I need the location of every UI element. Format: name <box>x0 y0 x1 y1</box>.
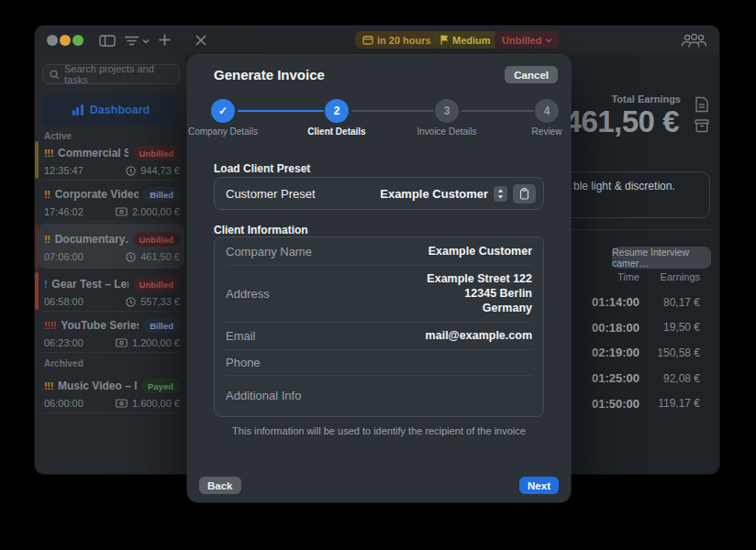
project-amount: 1.600,00 € <box>132 398 180 409</box>
flag-icon <box>439 35 449 45</box>
step-connector <box>238 110 324 112</box>
project-list-item[interactable]: !! Documentary… Unbilled 07:06:00 461,50… <box>35 222 187 270</box>
customer-preset-row: Customer Preset Example Customer <box>214 177 544 210</box>
priority-badge-label: Medium <box>452 35 491 46</box>
preset-row-label: Customer Preset <box>226 187 316 201</box>
modal-footnote: This information will be used to identif… <box>187 425 571 436</box>
status-badge: Unbilled <box>133 146 180 160</box>
project-color-strip <box>35 272 39 310</box>
phone-row[interactable]: Phone <box>215 349 543 375</box>
zoom-window-button[interactable] <box>72 35 83 46</box>
priority-flags: !!!! <box>44 320 56 331</box>
status-badge: Unbilled <box>133 232 180 247</box>
tracked-time: 07:06:00 <box>44 251 83 262</box>
billing-status-label: Unbilled <box>502 35 541 46</box>
preset-section-header: Load Client Preset <box>214 162 310 175</box>
total-earnings-label: Total Earnings <box>611 94 681 104</box>
priority-badge[interactable]: Medium <box>432 31 498 49</box>
cancel-button[interactable]: Cancel <box>505 66 558 83</box>
project-amount: 944,73 € <box>140 165 180 176</box>
project-color-strip <box>35 224 39 269</box>
email-row[interactable]: Email mail@example.com <box>215 322 543 349</box>
tracked-time: 12:35:47 <box>44 165 83 176</box>
bar-chart-icon <box>72 104 83 116</box>
email-label: Email <box>226 329 256 343</box>
email-value: mail@example.com <box>426 328 532 343</box>
chevron-down-icon[interactable] <box>142 38 150 44</box>
add-icon[interactable] <box>158 33 172 47</box>
resume-task-button[interactable]: Resume Interview camer… <box>612 247 711 269</box>
project-amount: 557,33 € <box>140 296 180 307</box>
project-list-item[interactable]: !!! Commercial S… Unbilled 12:35:47 944,… <box>35 139 187 181</box>
archive-icon[interactable] <box>695 119 709 133</box>
preset-selected-value: Example Customer <box>380 187 488 201</box>
clock-icon <box>126 252 136 262</box>
sidebar-toggle-icon[interactable] <box>99 35 116 47</box>
collaborators-icon[interactable] <box>681 33 707 49</box>
client-info-box: Company Name Example Customer Address Ex… <box>214 236 544 417</box>
project-title: Corporate Video… <box>55 188 139 201</box>
banknote-icon <box>116 207 128 216</box>
company-name-row[interactable]: Company Name Example Customer <box>215 237 543 265</box>
step-3-circle[interactable]: 3 <box>435 99 459 123</box>
search-input[interactable]: Search projects and tasks <box>42 64 180 84</box>
project-list-item[interactable]: !!! Music Video – N… Payed 06:00:00 1.60… <box>35 372 187 413</box>
status-badge: Billed <box>143 187 180 202</box>
back-button[interactable]: Back <box>199 477 241 494</box>
close-detail-icon[interactable] <box>195 34 207 47</box>
banknote-icon <box>116 399 128 408</box>
project-color-strip <box>35 141 39 179</box>
step-2-circle[interactable]: 2 <box>325 99 349 123</box>
resume-task-label: Resume Interview camer… <box>612 247 711 269</box>
screen: in 20 hours Medium Unbilled Search proje… <box>0 0 756 550</box>
project-list-item[interactable]: ! Gear Test – Len… Unbilled 06:58:00 557… <box>35 270 187 312</box>
invoice-document-icon[interactable] <box>695 96 709 113</box>
step-1-label: Company Details <box>168 126 278 137</box>
preset-select[interactable] <box>494 186 507 202</box>
step-3-label: Invoice Details <box>392 126 502 137</box>
chevron-down-icon <box>545 38 552 43</box>
additional-info-label: Additional Info <box>226 389 301 402</box>
step-connector <box>351 110 434 112</box>
calendar-icon <box>362 35 373 45</box>
project-list-item[interactable]: !! Corporate Video… Billed 17:46:02 2.00… <box>35 181 187 222</box>
address-row[interactable]: Address Example Street 122 12345 Berlin … <box>215 265 543 322</box>
company-name-label: Company Name <box>226 245 312 258</box>
banknote-icon <box>116 338 128 347</box>
entry-earnings: 19,50 € <box>639 321 700 334</box>
earnings-column-header: Earnings <box>639 271 700 290</box>
status-badge: Unbilled <box>133 277 180 292</box>
entry-earnings: 119,17 € <box>639 397 700 410</box>
due-badge-label: in 20 hours <box>377 35 431 46</box>
project-title: YouTube Series… <box>61 319 139 332</box>
status-badge: Payed <box>141 379 180 393</box>
sidebar-item-dashboard[interactable]: Dashboard <box>42 94 180 126</box>
divider <box>571 229 711 230</box>
tracked-time: 06:23:00 <box>44 337 83 348</box>
billing-status-badge[interactable]: Unbilled <box>495 31 560 49</box>
project-list-item[interactable]: !!!! YouTube Series… Billed 06:23:00 1.2… <box>35 312 187 353</box>
search-placeholder: Search projects and tasks <box>64 63 172 85</box>
additional-info-row[interactable]: Additional Info <box>215 375 543 416</box>
step-connector <box>461 110 534 112</box>
next-button[interactable]: Next <box>519 477 559 494</box>
project-list: !!! Commercial S… Unbilled 12:35:47 944,… <box>35 139 187 413</box>
minimize-window-button[interactable] <box>60 35 71 46</box>
paste-preset-button[interactable] <box>513 184 536 204</box>
project-title: Commercial S… <box>58 147 128 160</box>
close-window-button[interactable] <box>47 35 58 46</box>
priority-flags: ! <box>44 279 47 290</box>
project-notes-text: ble light & discretion. <box>573 180 675 192</box>
filter-icon[interactable] <box>124 35 139 47</box>
project-amount: 1.200,00 € <box>132 337 180 348</box>
step-4-circle[interactable]: 4 <box>535 99 559 123</box>
step-1-circle[interactable]: ✓ <box>211 99 235 123</box>
generate-invoice-modal: Generate Invoice Cancel ✓ 2 3 4 Company … <box>187 55 571 502</box>
entry-earnings: 150,58 € <box>639 346 700 359</box>
due-badge[interactable]: in 20 hours <box>355 31 439 49</box>
project-amount: 461,50 € <box>140 251 180 262</box>
address-label: Address <box>226 287 270 301</box>
priority-flags: !! <box>44 234 50 245</box>
priority-flags: !! <box>44 189 50 200</box>
project-title: Gear Test – Len… <box>51 278 128 291</box>
